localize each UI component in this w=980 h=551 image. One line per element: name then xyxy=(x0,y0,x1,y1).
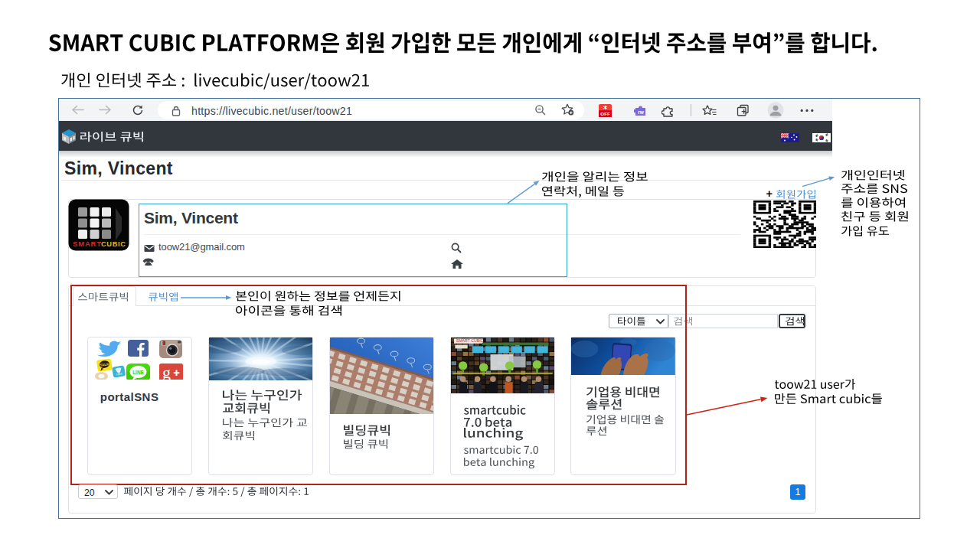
svg-text:CUBIC: CUBIC xyxy=(101,240,126,248)
svg-text:rw: rw xyxy=(638,109,645,115)
svg-text:SMART: SMART xyxy=(73,240,101,248)
svg-text:OFF: OFF xyxy=(600,111,610,116)
